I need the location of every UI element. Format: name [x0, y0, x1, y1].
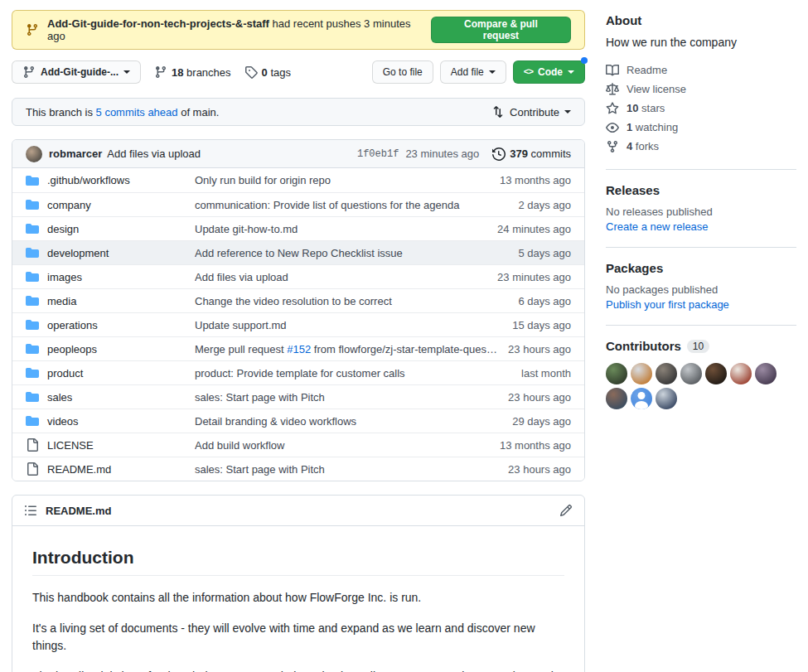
file-row: README.mdsales: Start page with Pitch23 … — [12, 457, 584, 481]
readme-header: README.md — [12, 496, 584, 526]
folder-icon — [26, 414, 39, 428]
readme-paragraph: The handbook is here for the whole compa… — [32, 668, 564, 672]
contributor-avatar[interactable] — [606, 363, 627, 384]
contributor-avatar[interactable] — [656, 363, 677, 384]
commit-time: 23 minutes ago — [405, 147, 479, 160]
watching-link[interactable]: 1 watching — [606, 118, 796, 137]
row-commit-message-link[interactable]: Add files via upload — [195, 271, 497, 283]
file-name-link[interactable]: media — [47, 295, 195, 307]
row-commit-message-link[interactable]: Add reference to New Repo Checklist issu… — [195, 247, 518, 259]
file-name-link[interactable]: LICENSE — [47, 439, 195, 452]
row-commit-message-link[interactable]: sales: Start page with Pitch — [195, 463, 508, 476]
commits-label: commits — [531, 147, 571, 160]
branch-selector-button[interactable]: Add-Git-guide-... — [12, 60, 141, 84]
file-name-link[interactable]: peopleops — [47, 343, 195, 355]
eye-icon — [606, 121, 619, 134]
row-commit-message-link[interactable]: communication: Provide list of questions… — [195, 199, 518, 211]
readme-filename: README.md — [46, 505, 111, 517]
contributors-title-text: Contributors — [606, 339, 681, 353]
commit-sha-link[interactable]: 1f0eb1f — [357, 148, 399, 160]
row-commit-time: 13 months ago — [500, 439, 571, 452]
file-name-link[interactable]: product — [47, 367, 195, 380]
folder-icon — [26, 390, 39, 404]
tags-count: 0 — [262, 66, 268, 79]
code-button[interactable]: <> Code — [513, 60, 585, 84]
watching-label: watching — [636, 121, 678, 133]
readme-paragraph: It's a living set of documents - they wi… — [32, 620, 564, 655]
file-name-link[interactable]: README.md — [47, 463, 195, 476]
about-meta-list: Readme View license 10 stars 1 watching … — [606, 60, 796, 156]
contributor-avatar[interactable] — [705, 363, 727, 384]
file-name-link[interactable]: design — [47, 223, 195, 235]
readme-link[interactable]: Readme — [606, 60, 796, 80]
contribute-icon — [491, 105, 505, 118]
commit-author-avatar[interactable] — [26, 146, 42, 162]
readme-box: README.md Introduction This handbook con… — [12, 495, 585, 672]
row-commit-time: 24 minutes ago — [497, 223, 571, 235]
file-name-link[interactable]: images — [47, 271, 195, 283]
compare-pull-request-button[interactable]: Compare & pull request — [431, 17, 571, 43]
readme-heading: Introduction — [32, 548, 564, 576]
forks-link[interactable]: 4 forks — [606, 137, 796, 156]
tags-link[interactable]: 0 tags — [244, 65, 291, 79]
publish-package-link[interactable]: Publish your first package — [606, 298, 729, 311]
row-commit-message-link[interactable]: sales: Start page with Pitch — [195, 391, 508, 404]
contributor-avatar[interactable] — [631, 363, 652, 384]
contributor-avatar[interactable] — [680, 363, 702, 384]
commits-ahead-link[interactable]: 5 commits ahead — [96, 106, 178, 118]
edit-pencil-icon[interactable] — [559, 504, 573, 517]
row-commit-message-link[interactable]: Update git-how-to.md — [195, 223, 497, 235]
file-name-link[interactable]: operations — [47, 319, 195, 331]
file-row: .github/workflowsOnly run build for orig… — [12, 168, 584, 192]
folder-icon — [26, 294, 39, 307]
go-to-file-button[interactable]: Go to file — [372, 60, 433, 84]
row-commit-message-link[interactable]: Merge pull request #152 from flowforge/z… — [195, 343, 508, 355]
issue-number-link[interactable]: #152 — [287, 343, 311, 355]
repo-sidebar: About How we run the company Readme View… — [606, 0, 796, 423]
github-repo-page: Add-Git-guide-for-non-tech-projects-&-st… — [0, 0, 808, 672]
file-row: videosDetail branding & video workflows2… — [12, 409, 584, 433]
commit-message-link[interactable]: Add files via upload — [107, 147, 201, 160]
contributor-avatar[interactable] — [656, 388, 677, 409]
git-branch-icon — [22, 65, 36, 79]
contributor-avatar[interactable] — [631, 388, 652, 409]
file-name-link[interactable]: .github/workflows — [47, 174, 195, 186]
row-commit-message-link[interactable]: Add build workflow — [195, 439, 500, 452]
book-icon — [606, 64, 619, 77]
notification-dot — [581, 57, 588, 64]
file-listing-box: robmarcer Add files via upload 1f0eb1f 2… — [12, 139, 585, 481]
contributor-avatar[interactable] — [730, 363, 752, 384]
contributor-avatar[interactable] — [606, 388, 627, 409]
row-commit-message-link[interactable]: Update support.md — [195, 319, 512, 331]
commit-history-link[interactable]: 379 commits — [492, 147, 571, 161]
branch-selector-label: Add-Git-guide-... — [41, 66, 119, 78]
row-commit-time: 23 hours ago — [508, 391, 571, 404]
row-commit-message-link[interactable]: Change the video resolution to be correc… — [195, 295, 518, 307]
folder-icon — [26, 318, 39, 331]
commit-author-link[interactable]: robmarcer — [49, 147, 102, 160]
file-name-link[interactable]: videos — [47, 415, 195, 428]
add-file-button[interactable]: Add file — [440, 60, 506, 84]
row-commit-message-link[interactable]: Only run build for origin repo — [195, 174, 500, 186]
repo-toolbar: Add-Git-guide-... 18 branches 0 tags Go … — [12, 60, 585, 85]
row-commit-message-link[interactable]: Detail branding & video workflows — [195, 415, 512, 428]
create-release-link[interactable]: Create a new release — [606, 220, 709, 233]
branches-link[interactable]: 18 branches — [154, 65, 231, 79]
folder-icon — [26, 270, 39, 283]
contribute-button[interactable]: Contribute — [491, 105, 571, 118]
file-row: developmentAdd reference to New Repo Che… — [12, 240, 584, 264]
tags-label: tags — [270, 66, 291, 79]
row-commit-time: 2 days ago — [518, 199, 571, 211]
file-name-link[interactable]: company — [47, 199, 195, 211]
file-name-link[interactable]: development — [47, 247, 195, 259]
file-name-link[interactable]: sales — [47, 391, 195, 404]
list-unordered-icon[interactable] — [24, 504, 37, 517]
folder-icon — [26, 198, 39, 211]
contributors-title: Contributors 10 — [606, 339, 796, 353]
view-license-link[interactable]: View license — [606, 80, 796, 99]
file-row: productproduct: Provide template for cus… — [12, 360, 584, 384]
contributor-avatar[interactable] — [755, 363, 777, 384]
row-commit-message-link[interactable]: product: Provide template for customer c… — [195, 367, 521, 380]
stars-link[interactable]: 10 stars — [606, 99, 796, 118]
readme-paragraph: This handbook contains all the informati… — [32, 589, 564, 607]
